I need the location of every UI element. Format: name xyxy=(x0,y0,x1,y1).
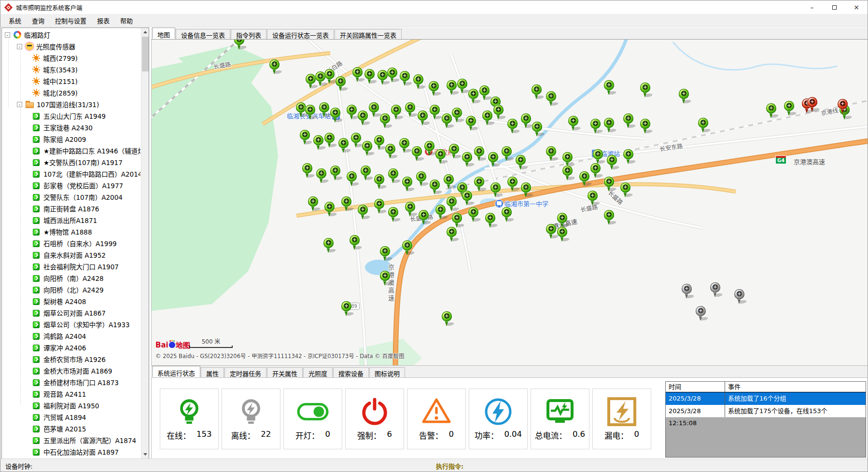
map-pin[interactable]: + xyxy=(568,116,579,131)
menu-item-0[interactable]: 系统 xyxy=(3,14,27,27)
map-pin[interactable]: + xyxy=(430,180,440,195)
map-pin[interactable]: + xyxy=(391,105,402,120)
map-pin[interactable]: + xyxy=(352,67,363,83)
map-pin[interactable]: + xyxy=(351,133,362,148)
map-pin[interactable]: + xyxy=(546,91,557,107)
map-pin[interactable]: + xyxy=(490,182,501,198)
map-pin[interactable]: + xyxy=(807,97,818,112)
map-pin[interactable]: + xyxy=(364,69,375,84)
tab-panel-6[interactable]: 图标说明 xyxy=(369,367,405,377)
map-pin[interactable]: + xyxy=(516,155,526,170)
map-pin[interactable]: + xyxy=(374,174,385,190)
menu-item-2[interactable]: 控制与设置 xyxy=(50,14,92,27)
map-pin[interactable]: + xyxy=(452,108,462,123)
map-pin[interactable]: + xyxy=(341,301,352,317)
map-pin[interactable]: + xyxy=(347,105,357,120)
tree-item[interactable]: 烟草公司对面 A1867 xyxy=(2,307,140,319)
map-pin[interactable]: + xyxy=(369,102,379,118)
map-pin[interactable]: + xyxy=(308,196,319,212)
tree-item[interactable]: 石咀桥（自来水）A1999 xyxy=(2,237,140,249)
map-pin[interactable]: + xyxy=(316,168,327,184)
maximize-button[interactable] xyxy=(823,0,845,14)
tree-item[interactable]: 五里派出所（富源汽配）A1874 xyxy=(2,434,140,446)
map-pin[interactable]: + xyxy=(429,81,439,97)
map-pin[interactable]: + xyxy=(324,202,335,217)
map-pin[interactable]: + xyxy=(300,130,310,145)
map-pin[interactable]: + xyxy=(350,235,360,250)
map-pin[interactable]: + xyxy=(607,155,617,170)
map-pin[interactable]: + xyxy=(380,113,391,129)
tab-panel-1[interactable]: 属性 xyxy=(201,367,224,377)
map-pin[interactable]: + xyxy=(358,205,368,220)
tree-item[interactable]: 社会福利院大门口 A1907 xyxy=(2,261,140,272)
map-pin[interactable]: + xyxy=(710,282,721,298)
minimize-button[interactable]: – xyxy=(801,0,823,14)
tree-item[interactable]: 自来水斜对面 A1952 xyxy=(2,249,140,261)
map-pin[interactable]: + xyxy=(640,119,651,134)
tab-panel-0[interactable]: 系统运行状态 xyxy=(152,366,200,377)
map-pin[interactable]: + xyxy=(424,141,435,156)
map-pin[interactable]: + xyxy=(557,213,568,228)
tree-item[interactable]: 金桥建材市场门口 A1873 xyxy=(2,376,140,388)
map-pin[interactable]: + xyxy=(419,210,429,225)
tree-item[interactable]: 南正街转盘 A1876 xyxy=(2,203,140,214)
tree-item[interactable]: 王家珑巷 A2430 xyxy=(2,122,140,133)
tree-item[interactable]: 陈家组 A2009 xyxy=(2,133,140,145)
tab-panel-3[interactable]: 开关属性 xyxy=(267,367,303,377)
map-pin[interactable]: + xyxy=(447,196,457,212)
tree-item[interactable]: 向阳桥（北）A2429 xyxy=(2,284,140,295)
map-pin[interactable]: + xyxy=(387,68,398,83)
map-pin[interactable]: + xyxy=(313,135,324,151)
map-pin[interactable]: + xyxy=(546,224,557,239)
map-pin[interactable]: + xyxy=(734,289,745,305)
event-row[interactable]: 2025/3/28 12:15:08系统加载了175个设备，在线153个 xyxy=(666,405,866,417)
expander-icon[interactable]: - xyxy=(17,102,22,107)
map-pin[interactable]: + xyxy=(679,89,689,104)
tree-item[interactable]: 谭家冲 A2406 xyxy=(2,342,140,353)
map-view[interactable]: 长盛路长白路长安东路京港线长盛中路长盛路港澳高速长盛路京港澳高速京港澳高速临湘长… xyxy=(151,39,868,366)
map-pin[interactable]: + xyxy=(380,246,391,262)
map-pin[interactable]: + xyxy=(604,118,615,133)
scrollbar-thumb[interactable] xyxy=(142,37,149,71)
map-pin[interactable]: + xyxy=(468,207,479,222)
tree-item[interactable]: ★建新中路路口东 A1946（辅道灯） xyxy=(2,145,140,156)
map-pin[interactable]: + xyxy=(462,191,473,206)
map-pin[interactable]: + xyxy=(447,227,457,242)
map-pin[interactable]: + xyxy=(442,311,452,327)
tab-map-1[interactable]: 设备信息一览表 xyxy=(176,29,230,39)
map-pin[interactable]: + xyxy=(234,39,245,50)
map-pin[interactable]: + xyxy=(412,146,422,162)
map-pin[interactable]: + xyxy=(449,144,460,159)
map-pin[interactable]: + xyxy=(838,99,848,114)
map-pin[interactable]: + xyxy=(416,171,427,187)
menu-item-1[interactable]: 查询 xyxy=(27,14,50,27)
map-pin[interactable]: + xyxy=(347,171,357,187)
tree-item[interactable]: 城东(3543) xyxy=(2,64,140,75)
tab-map-2[interactable]: 指令列表 xyxy=(231,29,266,39)
tree-item[interactable]: 芭茅塘 A2015 xyxy=(2,423,140,434)
map-pin[interactable]: + xyxy=(593,149,603,165)
map-pin[interactable]: + xyxy=(579,171,590,187)
map-pin[interactable]: + xyxy=(488,152,499,167)
expander-icon[interactable]: - xyxy=(17,44,22,49)
tab-panel-5[interactable]: 搜索设备 xyxy=(333,367,369,377)
map-pin[interactable]: + xyxy=(604,210,615,225)
map-pin[interactable]: + xyxy=(430,105,440,120)
tab-panel-2[interactable]: 定时器任务 xyxy=(224,367,266,377)
map-pin[interactable]: + xyxy=(604,80,615,96)
tree-item[interactable]: 金桥大市场对面 A1869 xyxy=(2,365,140,376)
map-pin[interactable]: + xyxy=(402,177,413,192)
map-pin[interactable]: + xyxy=(435,149,446,165)
map-pin[interactable]: + xyxy=(532,84,542,100)
map-pin[interactable]: + xyxy=(362,141,373,156)
tree-scrollbar[interactable] xyxy=(141,28,149,458)
tree-item[interactable]: 向阳桥（南）A2428 xyxy=(2,272,140,284)
map-pin[interactable]: + xyxy=(457,79,468,94)
map-pin[interactable]: + xyxy=(388,168,399,184)
map-pin[interactable]: + xyxy=(444,174,454,190)
map-pin[interactable]: + xyxy=(413,74,424,90)
tree-item[interactable]: -107国道沿线(31/31) xyxy=(2,98,140,110)
map-pin[interactable]: + xyxy=(447,80,457,96)
event-row[interactable]: 2025/3/28 12:15:08系统加载了16个分组 xyxy=(666,392,866,405)
tab-map-3[interactable]: 设备运行状态一览表 xyxy=(267,29,334,39)
